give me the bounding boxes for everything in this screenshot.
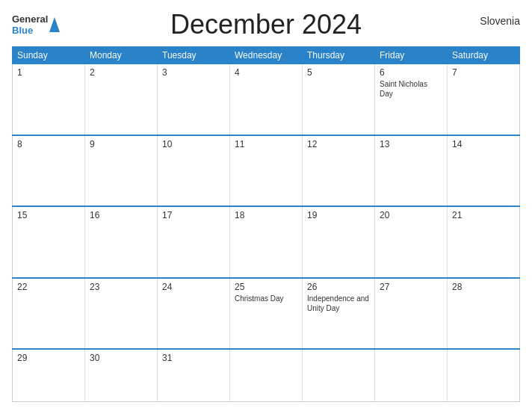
- column-header-thursday: Thursday: [303, 47, 375, 64]
- logo-general: General: [12, 13, 48, 25]
- day-number: 26: [307, 282, 370, 292]
- logo-triangle-icon: [49, 17, 60, 35]
- calendar-cell: [448, 349, 520, 401]
- column-header-saturday: Saturday: [448, 47, 520, 64]
- calendar-cell: 18: [230, 206, 303, 277]
- svg-marker-0: [49, 17, 60, 32]
- day-number: 8: [17, 139, 80, 149]
- day-number: 1: [17, 67, 80, 78]
- calendar-cell: 15: [13, 206, 85, 277]
- day-number: 4: [235, 67, 297, 78]
- calendar-cell: 22: [13, 278, 85, 349]
- calendar-cell: 30: [85, 349, 158, 401]
- day-number: 12: [307, 139, 370, 149]
- day-number: 21: [452, 210, 515, 220]
- day-number: 22: [17, 282, 80, 292]
- calendar-cell: 12: [303, 135, 375, 206]
- calendar-cell: 9: [85, 135, 158, 206]
- calendar-cell: 6Saint Nicholas Day: [375, 64, 448, 135]
- calendar-cell: 23: [85, 278, 158, 349]
- calendar-header: General Blue December 2024 Slovenia: [12, 9, 520, 40]
- day-number: 20: [380, 210, 442, 220]
- day-number: 11: [235, 139, 297, 149]
- day-number: 18: [235, 210, 297, 220]
- calendar-cell: 21: [448, 206, 520, 277]
- calendar-cell: 2: [85, 64, 158, 135]
- day-number: 23: [90, 282, 152, 292]
- day-number: 24: [162, 282, 225, 292]
- calendar-cell: 4: [230, 64, 303, 135]
- calendar-week-0: 123456Saint Nicholas Day7: [13, 64, 520, 135]
- day-number: 14: [452, 139, 515, 149]
- calendar-week-3: 22232425Christmas Day26Independence and …: [13, 278, 520, 349]
- day-number: 17: [162, 210, 225, 220]
- day-number: 9: [90, 139, 152, 149]
- event-label: Independence and Unity Day: [307, 294, 370, 313]
- day-number: 5: [307, 67, 370, 78]
- calendar-cell: 25Christmas Day: [230, 278, 303, 349]
- day-number: 7: [452, 67, 515, 78]
- calendar-cell: 7: [448, 64, 520, 135]
- day-number: 13: [380, 139, 442, 149]
- event-label: Christmas Day: [235, 294, 297, 303]
- day-number: 29: [17, 353, 80, 363]
- calendar-cell: 28: [448, 278, 520, 349]
- calendar-week-2: 15161718192021: [13, 206, 520, 277]
- day-number: 6: [380, 67, 442, 78]
- day-number: 28: [452, 282, 515, 292]
- calendar-cell: 8: [13, 135, 85, 206]
- calendar-cell: 11: [230, 135, 303, 206]
- page-title: December 2024: [170, 9, 362, 40]
- calendar-cell: 10: [158, 135, 230, 206]
- calendar-cell: 17: [158, 206, 230, 277]
- column-header-wednesday: Wednesday: [230, 47, 303, 64]
- day-number: 15: [17, 210, 80, 220]
- calendar-cell: 3: [158, 64, 230, 135]
- calendar-cell: 19: [303, 206, 375, 277]
- calendar-cell: 27: [375, 278, 448, 349]
- calendar-cell: [375, 349, 448, 401]
- logo-blue-text: Blue: [12, 25, 48, 36]
- day-number: 10: [162, 139, 225, 149]
- calendar-cell: 14: [448, 135, 520, 206]
- calendar-cell: 5: [303, 64, 375, 135]
- calendar-cell: [303, 349, 375, 401]
- calendar-table: SundayMondayTuesdayWednesdayThursdayFrid…: [12, 46, 520, 402]
- calendar-page: General Blue December 2024 Slovenia Sund…: [0, 0, 532, 411]
- calendar-cell: 20: [375, 206, 448, 277]
- calendar-cell: 1: [13, 64, 85, 135]
- calendar-week-4: 293031: [13, 349, 520, 401]
- day-number: 27: [380, 282, 442, 292]
- calendar-cell: 16: [85, 206, 158, 277]
- day-number: 3: [162, 67, 225, 78]
- calendar-cell: 24: [158, 278, 230, 349]
- column-header-tuesday: Tuesday: [158, 47, 230, 64]
- day-number: 19: [307, 210, 370, 220]
- event-label: Saint Nicholas Day: [380, 79, 442, 99]
- day-number: 30: [90, 353, 152, 363]
- day-number: 31: [162, 353, 225, 363]
- calendar-cell: 13: [375, 135, 448, 206]
- calendar-week-1: 891011121314: [13, 135, 520, 206]
- calendar-cell: [230, 349, 303, 401]
- calendar-cell: 26Independence and Unity Day: [303, 278, 375, 349]
- day-number: 2: [90, 67, 152, 78]
- calendar-cell: 31: [158, 349, 230, 401]
- day-number: 25: [235, 282, 297, 292]
- logo: General Blue: [12, 13, 60, 36]
- day-number: 16: [90, 210, 152, 220]
- calendar-body: 123456Saint Nicholas Day7891011121314151…: [13, 64, 520, 402]
- calendar-header-row: SundayMondayTuesdayWednesdayThursdayFrid…: [13, 47, 520, 64]
- column-header-sunday: Sunday: [13, 47, 85, 64]
- column-header-monday: Monday: [85, 47, 158, 64]
- column-header-friday: Friday: [375, 47, 448, 64]
- calendar-cell: 29: [13, 349, 85, 401]
- country-label: Slovenia: [480, 15, 520, 27]
- logo-text: General Blue: [12, 13, 48, 36]
